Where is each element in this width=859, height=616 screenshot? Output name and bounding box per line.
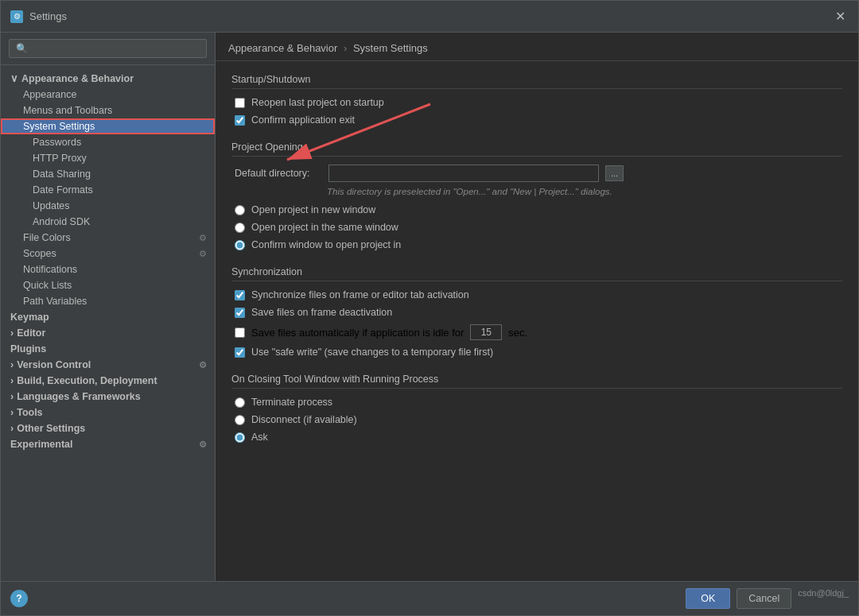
sidebar-item-tools[interactable]: › Tools <box>1 405 215 420</box>
sidebar-item-appearance-behavior[interactable]: ∨ Appearance & Behavior <box>1 70 215 87</box>
sidebar-item-editor[interactable]: › Editor <box>1 325 215 341</box>
save-deactivation-row: Save files on frame deactivation <box>231 307 842 318</box>
confirm-window-row: Confirm window to open project in <box>231 239 842 250</box>
search-box <box>1 33 215 65</box>
idle-value-input[interactable] <box>470 324 502 340</box>
main-panel: Appearance & Behavior › System Settings … <box>216 33 858 581</box>
ok-button[interactable]: OK <box>686 588 730 609</box>
safe-write-checkbox[interactable] <box>235 347 245 358</box>
closing-section: On Closing Tool Window with Running Proc… <box>231 374 842 443</box>
safe-write-label: Use "safe write" (save changes to a temp… <box>251 347 493 358</box>
chevron-icon: › <box>10 375 14 386</box>
sidebar-item-other-settings[interactable]: › Other Settings <box>1 420 215 436</box>
reopen-project-label[interactable]: Reopen last project on startup <box>251 97 384 108</box>
sidebar-item-label: Experimental <box>10 439 73 450</box>
sidebar-item-label: Languages & Frameworks <box>17 391 141 402</box>
idle-suffix: sec. <box>508 327 527 339</box>
sidebar-item-label: Tools <box>17 407 42 418</box>
save-deactivation-label: Save files on frame deactivation <box>251 307 392 318</box>
sidebar-item-plugins[interactable]: Plugins <box>1 341 215 357</box>
cancel-button[interactable]: Cancel <box>737 588 791 609</box>
reopen-project-checkbox[interactable] <box>235 98 245 108</box>
sidebar-item-label: Data Sharing <box>33 169 91 180</box>
breadcrumb: Appearance & Behavior › System Settings <box>216 33 858 61</box>
sidebar-item-label: Quick Lists <box>23 280 72 291</box>
directory-hint: This directory is preselected in "Open..… <box>327 187 842 196</box>
ask-label: Ask <box>251 432 268 443</box>
sidebar-item-label: Scopes <box>23 248 56 259</box>
sidebar-item-android-sdk[interactable]: Android SDK <box>1 214 215 230</box>
sidebar-item-http-proxy[interactable]: HTTP Proxy <box>1 150 215 166</box>
sidebar-item-languages-frameworks[interactable]: › Languages & Frameworks <box>1 389 215 405</box>
sidebar-item-date-formats[interactable]: Date Formats <box>1 182 215 198</box>
sidebar-item-experimental[interactable]: Experimental ⚙ <box>1 436 215 452</box>
sidebar-item-label: System Settings <box>23 121 95 132</box>
sidebar-item-scopes[interactable]: Scopes ⚙ <box>1 246 215 262</box>
sidebar-item-label: Appearance <box>23 89 76 100</box>
watermark-text: csdn@0ldgj_ <box>798 588 849 609</box>
sidebar-item-keymap[interactable]: Keymap <box>1 309 215 325</box>
sidebar-item-label: Menus and Toolbars <box>23 105 112 116</box>
sidebar-item-build-execution[interactable]: › Build, Execution, Deployment <box>1 373 215 389</box>
help-button[interactable]: ? <box>10 590 28 607</box>
save-idle-checkbox[interactable] <box>235 327 245 338</box>
sidebar-item-label: Other Settings <box>17 423 85 434</box>
confirm-window-label: Confirm window to open project in <box>251 239 401 250</box>
project-opening-header: Project Opening <box>231 141 842 157</box>
chevron-icon: › <box>10 327 14 339</box>
sidebar-item-label: HTTP Proxy <box>33 153 87 164</box>
directory-row: Default directory: ... <box>231 165 842 182</box>
save-idle-label: Save files automatically if application … <box>251 327 464 339</box>
sidebar-item-notifications[interactable]: Notifications <box>1 262 215 277</box>
sidebar-item-label: Plugins <box>10 343 46 354</box>
same-window-label: Open project in the same window <box>251 222 398 233</box>
confirm-exit-label[interactable]: Confirm application exit <box>251 114 355 126</box>
confirm-exit-checkbox[interactable] <box>235 115 245 126</box>
settings-content: Startup/Shutdown Reopen last project on … <box>216 61 858 581</box>
same-window-radio[interactable] <box>235 223 245 233</box>
search-input[interactable] <box>9 39 207 58</box>
directory-label: Default directory: <box>235 168 322 179</box>
nav-tree: ∨ Appearance & Behavior Appearance Menus… <box>1 65 215 581</box>
app-icon: ⚙ <box>10 10 23 23</box>
new-window-row: Open project in new window <box>231 204 842 215</box>
sidebar: ∨ Appearance & Behavior Appearance Menus… <box>1 33 216 581</box>
save-idle-row: Save files automatically if application … <box>231 324 842 340</box>
sidebar-item-file-colors[interactable]: File Colors ⚙ <box>1 230 215 246</box>
sidebar-item-updates[interactable]: Updates <box>1 198 215 214</box>
closing-section-header: On Closing Tool Window with Running Proc… <box>231 374 842 389</box>
sync-files-row: Synchronize files on frame or editor tab… <box>231 289 842 300</box>
sidebar-item-label: Path Variables <box>23 296 87 307</box>
sidebar-item-passwords[interactable]: Passwords <box>1 134 215 150</box>
sidebar-item-version-control[interactable]: › Version Control ⚙ <box>1 357 215 373</box>
sidebar-item-label: Editor <box>17 327 45 339</box>
sync-files-label: Synchronize files on frame or editor tab… <box>251 289 469 300</box>
new-window-label: Open project in new window <box>251 204 375 215</box>
footer-left: ? <box>10 590 28 607</box>
chevron-icon: › <box>10 391 14 402</box>
sidebar-item-menus-toolbars[interactable]: Menus and Toolbars <box>1 103 215 118</box>
safe-write-row: Use "safe write" (save changes to a temp… <box>231 347 842 358</box>
terminate-radio[interactable] <box>235 397 245 408</box>
disconnect-radio[interactable] <box>235 415 245 425</box>
sidebar-item-appearance[interactable]: Appearance <box>1 87 215 103</box>
browse-button[interactable]: ... <box>605 165 624 181</box>
window-title: Settings <box>29 10 67 22</box>
disconnect-row: Disconnect (if available) <box>231 414 842 425</box>
new-window-radio[interactable] <box>235 205 245 215</box>
gear-icon: ⚙ <box>199 233 207 243</box>
sidebar-item-label: Keymap <box>10 312 49 323</box>
close-button[interactable]: ✕ <box>832 7 849 25</box>
ask-radio[interactable] <box>235 432 245 443</box>
confirm-window-radio[interactable] <box>235 240 245 250</box>
sidebar-item-path-variables[interactable]: Path Variables <box>1 293 215 309</box>
sidebar-item-data-sharing[interactable]: Data Sharing <box>1 166 215 182</box>
sidebar-item-label: Updates <box>33 200 70 211</box>
sidebar-item-system-settings[interactable]: System Settings <box>1 118 215 134</box>
settings-window: ⚙ Settings ✕ ∨ Appearance & Behavior App… <box>0 0 859 616</box>
sync-files-checkbox[interactable] <box>235 290 245 300</box>
save-deactivation-checkbox[interactable] <box>235 308 245 318</box>
sidebar-item-label: Version Control <box>17 359 91 370</box>
sidebar-item-quick-lists[interactable]: Quick Lists <box>1 277 215 293</box>
directory-input[interactable] <box>328 165 599 182</box>
